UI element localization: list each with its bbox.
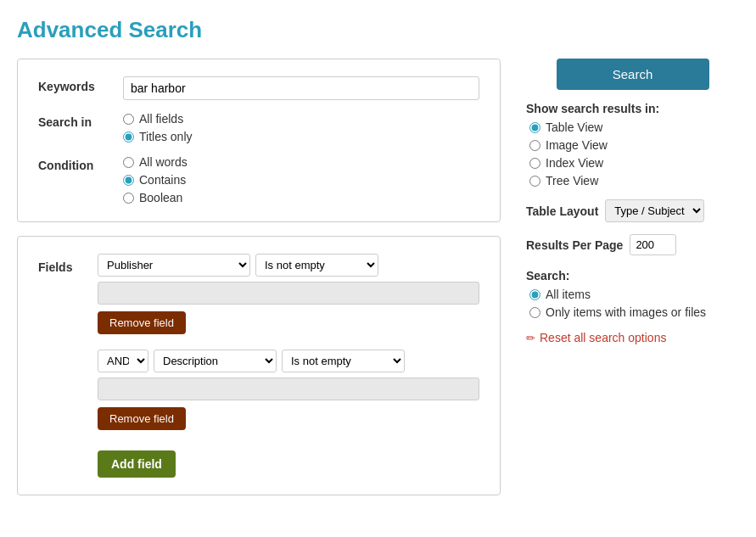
results-per-page-label: Results Per Page: [526, 238, 623, 252]
search-in-label: Search in: [38, 112, 123, 129]
radio-all-words-label: All words: [139, 155, 188, 169]
radio-table-view-input[interactable]: [529, 122, 540, 133]
radio-all-fields[interactable]: All fields: [123, 112, 479, 126]
radio-items-with-images-input[interactable]: [529, 307, 540, 318]
keywords-content: [123, 76, 479, 100]
fields-content: Publisher Title Author Description Subje…: [98, 254, 479, 478]
results-per-page-input[interactable]: [630, 234, 676, 255]
condition-options: All words Contains Boolean: [123, 155, 479, 204]
fields-label: Fields: [38, 254, 98, 274]
keywords-row: Keywords: [38, 76, 479, 100]
field2-selects-row: AND OR NOT Description Title Author Publ…: [98, 350, 479, 372]
search-button[interactable]: Search: [557, 59, 709, 90]
search-filter-options: All items Only items with images or file…: [526, 288, 739, 319]
radio-all-fields-input[interactable]: [123, 114, 134, 125]
radio-contains-input[interactable]: [123, 175, 134, 186]
radio-boolean-label: Boolean: [139, 191, 182, 204]
condition-label: Condition: [38, 155, 123, 172]
radio-all-words[interactable]: All words: [123, 155, 479, 169]
table-layout-section: Table Layout Type / Subject Date Author …: [526, 199, 739, 222]
search-filter-label: Search:: [526, 269, 739, 282]
reset-link-label: Reset all search options: [540, 331, 666, 344]
field2-condition-select[interactable]: Is not empty Is empty Contains Does not …: [282, 350, 405, 372]
remove-field2-button[interactable]: Remove field: [98, 407, 186, 430]
view-options: Table View Image View Index View Tree Vi…: [526, 120, 739, 187]
field2-text-input[interactable]: [98, 378, 479, 400]
right-panel: Search Show search results in: Table Vie…: [526, 59, 739, 344]
radio-titles-only-label: Titles only: [139, 130, 193, 143]
results-per-page-section: Results Per Page: [526, 234, 739, 255]
field2-field-select[interactable]: Description Title Author Publisher Subje…: [154, 350, 277, 372]
radio-all-items-input[interactable]: [529, 289, 540, 300]
radio-all-items[interactable]: All items: [529, 288, 739, 301]
radio-boolean[interactable]: Boolean: [123, 191, 479, 204]
remove-field1-button[interactable]: Remove field: [98, 311, 186, 334]
show-results-label: Show search results in:: [526, 102, 739, 115]
radio-index-view[interactable]: Index View: [529, 156, 739, 170]
left-panel: Keywords Search in All fields Titles onl…: [17, 59, 501, 495]
search-in-row: Search in All fields Titles only: [38, 112, 479, 143]
search-button-container: Search: [526, 59, 739, 90]
condition-row: Condition All words Contains Boolean: [38, 155, 479, 204]
table-layout-label: Table Layout: [526, 204, 598, 218]
field-block-2: AND OR NOT Description Title Author Publ…: [98, 350, 479, 442]
show-results-section: Show search results in: Table View Image…: [526, 102, 739, 187]
keywords-input[interactable]: [123, 76, 479, 100]
radio-all-items-label: All items: [546, 288, 591, 301]
table-layout-select[interactable]: Type / Subject Date Author Title: [605, 199, 704, 222]
reset-link[interactable]: ✏ Reset all search options: [526, 331, 739, 344]
field2-and-select[interactable]: AND OR NOT: [98, 350, 148, 372]
radio-titles-only-input[interactable]: [123, 131, 134, 143]
radio-tree-view[interactable]: Tree View: [529, 174, 739, 187]
field1-text-input[interactable]: [98, 282, 479, 305]
radio-index-view-label: Index View: [546, 156, 603, 170]
radio-boolean-input[interactable]: [123, 193, 134, 204]
reset-section: ✏ Reset all search options: [526, 331, 739, 344]
field1-selects-row: Publisher Title Author Description Subje…: [98, 254, 479, 277]
keywords-label: Keywords: [38, 76, 123, 93]
radio-image-view[interactable]: Image View: [529, 138, 739, 152]
field1-condition-select[interactable]: Is not empty Is empty Contains Does not …: [255, 254, 378, 277]
radio-titles-only[interactable]: Titles only: [123, 130, 479, 143]
radio-image-view-input[interactable]: [529, 140, 540, 151]
pencil-icon: ✏: [526, 332, 535, 344]
search-in-options: All fields Titles only: [123, 112, 479, 143]
search-filter-section: Search: All items Only items with images…: [526, 269, 739, 319]
radio-index-view-input[interactable]: [529, 158, 540, 169]
radio-tree-view-input[interactable]: [529, 176, 540, 187]
radio-table-view-label: Table View: [546, 120, 602, 134]
radio-all-words-input[interactable]: [123, 157, 134, 168]
add-field-button[interactable]: Add field: [98, 450, 176, 478]
page-title: Advanced Search: [17, 17, 739, 43]
radio-contains[interactable]: Contains: [123, 173, 479, 187]
radio-image-view-label: Image View: [546, 138, 608, 152]
radio-table-view[interactable]: Table View: [529, 120, 739, 134]
search-box: Keywords Search in All fields Titles onl…: [17, 59, 501, 222]
radio-items-with-images[interactable]: Only items with images or files: [529, 305, 739, 319]
main-layout: Keywords Search in All fields Titles onl…: [17, 59, 739, 495]
fields-box: Fields Publisher Title Author Descriptio…: [17, 236, 501, 495]
field1-field-select[interactable]: Publisher Title Author Description Subje…: [98, 254, 250, 277]
radio-all-fields-label: All fields: [139, 112, 183, 126]
radio-contains-label: Contains: [139, 173, 186, 187]
radio-tree-view-label: Tree View: [546, 174, 598, 187]
radio-items-with-images-label: Only items with images or files: [546, 305, 706, 319]
fields-row: Fields Publisher Title Author Descriptio…: [38, 254, 479, 478]
field-block-1: Publisher Title Author Description Subje…: [98, 254, 479, 346]
